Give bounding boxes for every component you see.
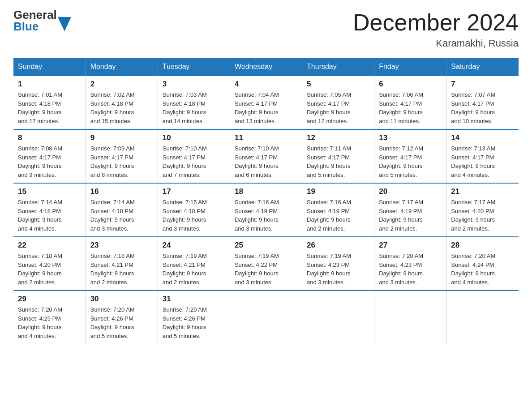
day-number: 21 <box>451 187 514 196</box>
day-info: Sunrise: 7:15 AMSunset: 4:18 PMDaylight:… <box>163 198 225 233</box>
logo: General Blue <box>13 9 71 32</box>
day-cell: 19Sunrise: 7:16 AMSunset: 4:19 PMDayligh… <box>302 183 374 237</box>
day-cell: 8Sunrise: 7:08 AMSunset: 4:17 PMDaylight… <box>13 129 86 183</box>
day-header-monday: Monday <box>86 58 158 76</box>
day-cell: 15Sunrise: 7:14 AMSunset: 4:18 PMDayligh… <box>13 183 86 237</box>
calendar-body: 1Sunrise: 7:01 AMSunset: 4:18 PMDaylight… <box>13 76 519 344</box>
day-info: Sunrise: 7:08 AMSunset: 4:17 PMDaylight:… <box>18 144 81 179</box>
day-cell: 25Sunrise: 7:19 AMSunset: 4:22 PMDayligh… <box>230 237 302 291</box>
day-cell: 30Sunrise: 7:20 AMSunset: 4:26 PMDayligh… <box>86 291 158 344</box>
day-info: Sunrise: 7:06 AMSunset: 4:17 PMDaylight:… <box>379 90 442 125</box>
day-number: 16 <box>90 187 153 196</box>
week-row-1: 1Sunrise: 7:01 AMSunset: 4:18 PMDaylight… <box>13 76 519 129</box>
day-number: 14 <box>451 133 514 142</box>
day-cell <box>230 291 302 344</box>
calendar-table: SundayMondayTuesdayWednesdayThursdayFrid… <box>13 58 519 344</box>
day-number: 18 <box>235 187 297 196</box>
day-cell: 14Sunrise: 7:13 AMSunset: 4:17 PMDayligh… <box>446 129 519 183</box>
day-number: 10 <box>163 133 225 142</box>
day-number: 9 <box>90 133 153 142</box>
day-cell: 9Sunrise: 7:09 AMSunset: 4:17 PMDaylight… <box>86 129 158 183</box>
day-info: Sunrise: 7:10 AMSunset: 4:17 PMDaylight:… <box>235 144 297 179</box>
day-header-tuesday: Tuesday <box>158 58 230 76</box>
day-info: Sunrise: 7:10 AMSunset: 4:17 PMDaylight:… <box>163 144 225 179</box>
day-number: 23 <box>90 241 153 250</box>
page-subtitle: Karamakhi, Russia <box>353 38 519 49</box>
day-cell: 13Sunrise: 7:12 AMSunset: 4:17 PMDayligh… <box>374 129 446 183</box>
day-number: 30 <box>90 295 153 304</box>
day-cell <box>374 291 446 344</box>
day-number: 20 <box>379 187 442 196</box>
day-number: 8 <box>18 133 81 142</box>
day-cell: 20Sunrise: 7:17 AMSunset: 4:19 PMDayligh… <box>374 183 446 237</box>
week-row-3: 15Sunrise: 7:14 AMSunset: 4:18 PMDayligh… <box>13 183 519 237</box>
svg-marker-0 <box>58 17 71 31</box>
day-info: Sunrise: 7:16 AMSunset: 4:19 PMDaylight:… <box>235 198 297 233</box>
day-number: 3 <box>163 80 225 89</box>
day-number: 7 <box>451 80 514 89</box>
day-cell: 23Sunrise: 7:18 AMSunset: 4:21 PMDayligh… <box>86 237 158 291</box>
day-number: 26 <box>307 241 369 250</box>
day-cell: 18Sunrise: 7:16 AMSunset: 4:19 PMDayligh… <box>230 183 302 237</box>
day-info: Sunrise: 7:03 AMSunset: 4:18 PMDaylight:… <box>163 90 225 125</box>
day-info: Sunrise: 7:13 AMSunset: 4:17 PMDaylight:… <box>451 144 514 179</box>
day-cell: 12Sunrise: 7:11 AMSunset: 4:17 PMDayligh… <box>302 129 374 183</box>
logo-general-text: General <box>13 9 57 21</box>
title-block: December 2024 Karamakhi, Russia <box>353 9 519 49</box>
day-cell: 28Sunrise: 7:20 AMSunset: 4:24 PMDayligh… <box>446 237 519 291</box>
day-cell: 3Sunrise: 7:03 AMSunset: 4:18 PMDaylight… <box>158 76 230 129</box>
day-info: Sunrise: 7:01 AMSunset: 4:18 PMDaylight:… <box>18 90 81 125</box>
day-number: 1 <box>18 80 81 89</box>
day-cell: 16Sunrise: 7:14 AMSunset: 4:18 PMDayligh… <box>86 183 158 237</box>
day-cell <box>446 291 519 344</box>
day-info: Sunrise: 7:12 AMSunset: 4:17 PMDaylight:… <box>379 144 442 179</box>
day-info: Sunrise: 7:02 AMSunset: 4:18 PMDaylight:… <box>90 90 153 125</box>
day-info: Sunrise: 7:20 AMSunset: 4:26 PMDaylight:… <box>163 305 225 340</box>
day-number: 15 <box>18 187 81 196</box>
day-number: 27 <box>379 241 442 250</box>
day-header-friday: Friday <box>374 58 446 76</box>
day-info: Sunrise: 7:19 AMSunset: 4:21 PMDaylight:… <box>163 252 225 287</box>
day-number: 6 <box>379 80 442 89</box>
day-cell: 27Sunrise: 7:20 AMSunset: 4:23 PMDayligh… <box>374 237 446 291</box>
day-number: 2 <box>90 80 153 89</box>
day-info: Sunrise: 7:05 AMSunset: 4:17 PMDaylight:… <box>307 90 369 125</box>
day-cell: 11Sunrise: 7:10 AMSunset: 4:17 PMDayligh… <box>230 129 302 183</box>
day-number: 19 <box>307 187 369 196</box>
day-number: 29 <box>18 295 81 304</box>
day-info: Sunrise: 7:16 AMSunset: 4:19 PMDaylight:… <box>307 198 369 233</box>
day-cell: 4Sunrise: 7:04 AMSunset: 4:17 PMDaylight… <box>230 76 302 129</box>
day-cell: 7Sunrise: 7:07 AMSunset: 4:17 PMDaylight… <box>446 76 519 129</box>
day-info: Sunrise: 7:19 AMSunset: 4:23 PMDaylight:… <box>307 252 369 287</box>
day-header-thursday: Thursday <box>302 58 374 76</box>
day-number: 24 <box>163 241 225 250</box>
day-info: Sunrise: 7:19 AMSunset: 4:22 PMDaylight:… <box>235 252 297 287</box>
day-info: Sunrise: 7:07 AMSunset: 4:17 PMDaylight:… <box>451 90 514 125</box>
day-info: Sunrise: 7:14 AMSunset: 4:18 PMDaylight:… <box>18 198 81 233</box>
day-cell: 17Sunrise: 7:15 AMSunset: 4:18 PMDayligh… <box>158 183 230 237</box>
day-cell: 29Sunrise: 7:20 AMSunset: 4:25 PMDayligh… <box>13 291 86 344</box>
week-row-5: 29Sunrise: 7:20 AMSunset: 4:25 PMDayligh… <box>13 291 519 344</box>
day-header-sunday: Sunday <box>13 58 86 76</box>
day-cell: 21Sunrise: 7:17 AMSunset: 4:20 PMDayligh… <box>446 183 519 237</box>
day-number: 25 <box>235 241 297 250</box>
day-number: 5 <box>307 80 369 89</box>
day-number: 13 <box>379 133 442 142</box>
day-header-wednesday: Wednesday <box>230 58 302 76</box>
day-info: Sunrise: 7:20 AMSunset: 4:24 PMDaylight:… <box>451 252 514 287</box>
day-cell: 2Sunrise: 7:02 AMSunset: 4:18 PMDaylight… <box>86 76 158 129</box>
day-info: Sunrise: 7:17 AMSunset: 4:20 PMDaylight:… <box>451 198 514 233</box>
day-cell: 1Sunrise: 7:01 AMSunset: 4:18 PMDaylight… <box>13 76 86 129</box>
day-cell: 10Sunrise: 7:10 AMSunset: 4:17 PMDayligh… <box>158 129 230 183</box>
day-number: 17 <box>163 187 225 196</box>
day-number: 28 <box>451 241 514 250</box>
day-info: Sunrise: 7:20 AMSunset: 4:25 PMDaylight:… <box>18 305 81 340</box>
day-number: 11 <box>235 133 297 142</box>
day-number: 4 <box>235 80 297 89</box>
week-row-4: 22Sunrise: 7:18 AMSunset: 4:20 PMDayligh… <box>13 237 519 291</box>
day-cell: 26Sunrise: 7:19 AMSunset: 4:23 PMDayligh… <box>302 237 374 291</box>
logo-triangle-icon <box>58 17 71 31</box>
page-title: December 2024 <box>353 9 519 36</box>
day-cell: 24Sunrise: 7:19 AMSunset: 4:21 PMDayligh… <box>158 237 230 291</box>
day-number: 31 <box>163 295 225 304</box>
